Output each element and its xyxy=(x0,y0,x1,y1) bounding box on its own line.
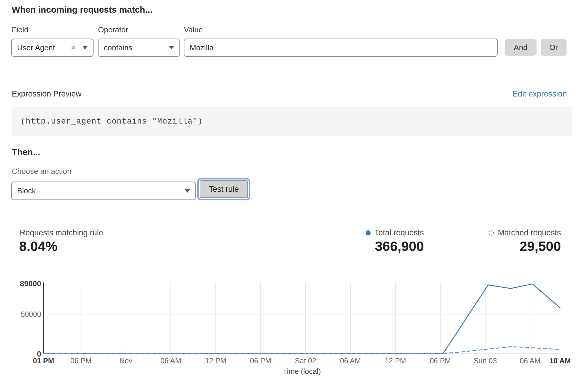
x-axis-label: Sat 02 xyxy=(282,357,329,365)
y-axis-label: 89000 xyxy=(0,279,41,288)
x-axis-label: 12 PM xyxy=(372,357,419,365)
x-axis-label: 06 PM xyxy=(237,357,284,365)
x-axis-label: 06 PM xyxy=(57,357,104,365)
x-axis-title: Time (local) xyxy=(44,367,560,376)
x-axis-label: Sun 03 xyxy=(462,357,509,365)
y-axis-label: 50000 xyxy=(0,310,41,319)
x-axis-label: 06 PM xyxy=(417,357,464,365)
x-axis-label: 06 AM xyxy=(327,357,374,365)
firewall-rule-page: When incoming requests match... Field Op… xyxy=(0,0,588,381)
x-axis-label: 10 AM xyxy=(537,357,584,365)
x-axis-label: 06 AM xyxy=(147,357,194,365)
requests-line-chart xyxy=(0,0,588,381)
x-axis-label: Nov xyxy=(102,357,149,365)
x-axis-label: 12 PM xyxy=(192,357,239,365)
